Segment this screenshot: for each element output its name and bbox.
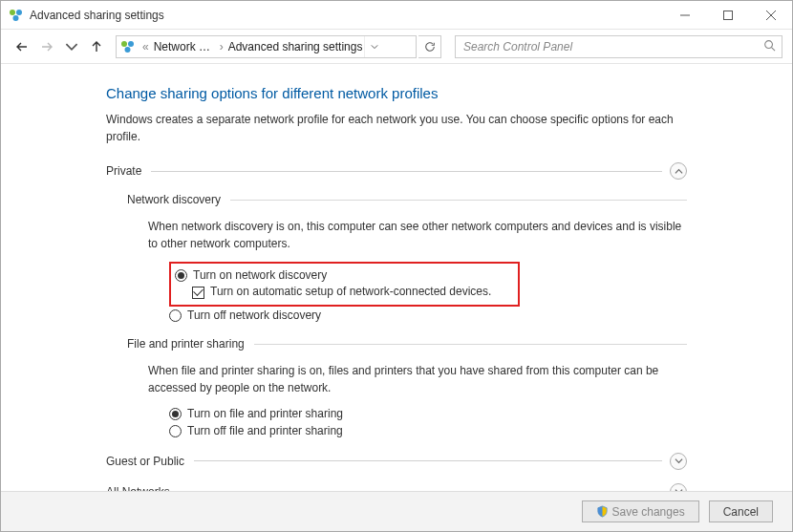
section-label: Guest or Public [106,455,194,468]
section-header-private[interactable]: Private [106,162,687,180]
minimize-button[interactable] [663,1,706,29]
svg-point-7 [121,41,127,47]
option-label: Turn on file and printer sharing [187,406,343,422]
radio-network-discovery-on[interactable]: Turn on network discovery [175,267,491,284]
subsection-network-discovery: Network discovery When network discovery… [127,193,687,324]
content-area: Change sharing options for different net… [1,64,792,491]
svg-rect-4 [723,11,732,19]
subsection-description: When file and printer sharing is on, fil… [148,362,687,396]
page-description: Windows creates a separate network profi… [106,111,687,145]
option-label: Turn on network discovery [193,267,327,284]
subsection-label: Network discovery [127,193,230,206]
network-discovery-options: Turn on network discovery Turn on automa… [169,262,687,324]
subsection-file-printer-sharing: File and printer sharing When file and p… [127,337,687,439]
radio-icon [169,408,182,420]
close-button[interactable] [749,1,792,29]
file-printer-options: Turn on file and printer sharing Turn of… [169,406,687,439]
window-title: Advanced sharing settings [30,9,164,22]
divider [230,200,687,201]
radio-icon [169,309,182,322]
window: Advanced sharing settings [0,0,793,532]
page-title: Change sharing options for different net… [106,85,687,101]
search-box[interactable] [455,35,782,58]
radio-file-sharing-on[interactable]: Turn on file and printer sharing [169,406,687,422]
subsection-label: File and printer sharing [127,337,254,351]
subsection-header: File and printer sharing [127,337,687,351]
navbar: « Network a... › Advanced sharing settin… [1,30,792,64]
divider [151,171,662,172]
address-bar[interactable]: « Network a... › Advanced sharing settin… [116,35,417,58]
chevron-right-icon[interactable]: › [217,40,226,53]
maximize-button[interactable] [706,1,749,29]
highlight-annotation: Turn on network discovery Turn on automa… [169,262,520,307]
section-header-guest[interactable]: Guest or Public [106,453,687,470]
section-private: Private Network discovery When network d… [106,162,687,439]
option-label: Turn on automatic setup of network-conne… [210,284,491,300]
svg-line-11 [772,47,776,51]
chevron-down-icon[interactable] [670,453,687,470]
button-label: Cancel [723,505,759,519]
svg-point-0 [10,10,15,15]
search-icon [763,39,776,54]
search-input[interactable] [461,39,763,54]
radio-file-sharing-off[interactable]: Turn off file and printer sharing [169,423,687,439]
divider [194,460,662,461]
nav-up-button[interactable] [85,35,108,58]
nav-recent-dropdown[interactable] [60,35,83,58]
svg-point-9 [125,47,131,53]
option-label: Turn off network discovery [187,308,321,324]
cancel-button[interactable]: Cancel [709,500,773,522]
shield-icon [596,505,609,518]
radio-icon [175,269,187,282]
svg-point-8 [128,41,134,47]
button-label: Save changes [612,505,685,519]
window-controls [663,1,792,29]
footer: Save changes Cancel [1,491,792,531]
network-sharing-icon [120,39,136,54]
section-all-networks: All Networks [106,483,687,491]
breadcrumb-segment[interactable]: Advanced sharing settings [226,40,365,53]
divider [254,344,687,345]
chevron-up-icon[interactable] [670,162,687,180]
nav-back-button[interactable] [11,35,33,58]
radio-icon [169,425,182,437]
breadcrumb-overflow[interactable]: « [139,40,152,53]
option-label: Turn off file and printer sharing [187,423,343,439]
section-header-all[interactable]: All Networks [106,483,687,491]
save-changes-button[interactable]: Save changes [582,500,699,522]
section-label: Private [106,164,151,178]
svg-point-1 [16,10,22,15]
address-dropdown[interactable] [364,36,384,57]
titlebar: Advanced sharing settings [1,1,792,30]
refresh-button[interactable] [418,35,441,58]
breadcrumb-segment[interactable]: Network a... [152,40,217,53]
radio-network-discovery-off[interactable]: Turn off network discovery [169,308,687,324]
svg-point-10 [765,40,773,48]
subsection-description: When network discovery is on, this compu… [148,218,687,252]
checkbox-auto-setup[interactable]: Turn on automatic setup of network-conne… [192,284,491,300]
checkbox-icon [192,287,204,299]
nav-forward-button[interactable] [35,35,58,58]
subsection-header: Network discovery [127,193,687,206]
network-sharing-icon [9,8,24,23]
section-guest-public: Guest or Public [106,453,687,470]
svg-point-2 [13,15,19,21]
chevron-down-icon[interactable] [670,483,687,491]
